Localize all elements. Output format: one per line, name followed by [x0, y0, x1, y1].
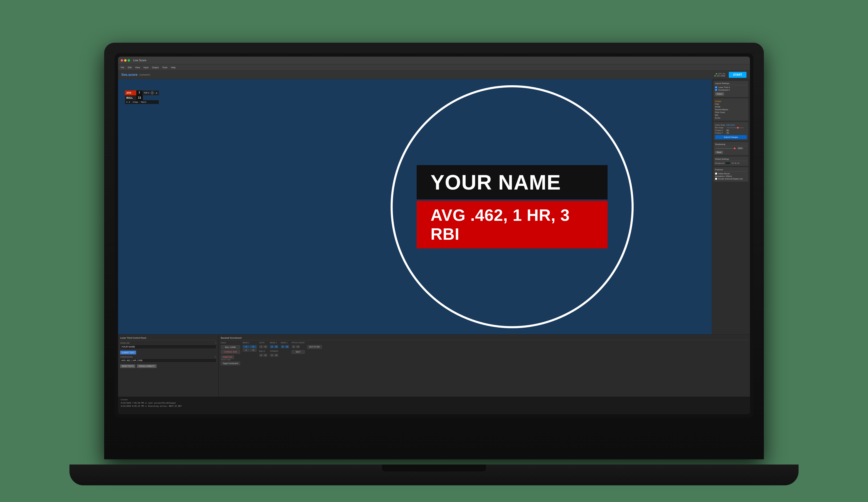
subheading-input[interactable]	[120, 358, 216, 363]
option-at-bat[interactable]: At Bat	[715, 105, 747, 108]
toggle-visibility-button[interactable]: TOGGLE VISIBILITY	[137, 364, 157, 368]
laptop-wrapper: Live Score File Edit View Input Output T…	[70, 17, 798, 485]
option-outs[interactable]: Outs	[715, 103, 747, 105]
option-runners-bases[interactable]: Runners/Bases	[715, 108, 747, 111]
score-bull: 11	[136, 95, 143, 100]
submit-text-button[interactable]: SUBMIT TEXT	[120, 351, 136, 354]
game-col: Game BALL GAME CHANGE SIDE HOME RUN SHOW…	[221, 342, 240, 365]
balls-minus[interactable]: -1	[259, 354, 263, 357]
menu-help[interactable]: Help	[171, 66, 176, 69]
base2-plus[interactable]: +1	[250, 345, 257, 348]
menu-edit[interactable]: Edit	[128, 66, 132, 69]
reset-texts-button[interactable]: RESET TEXTS	[120, 364, 135, 368]
circle-overlay: YOUR NAME AVG .462, 1 HR, 3 RBI	[391, 85, 634, 328]
screen-bezel: Live Score File Edit View Input Output T…	[115, 53, 753, 418]
score-ath: 7	[136, 91, 142, 95]
cpu-info: CPU 2% 580.34MB	[714, 73, 725, 77]
menu-input[interactable]: Input	[143, 66, 148, 69]
strikes-plus[interactable]: +1	[274, 354, 278, 357]
balls-plus[interactable]: +1	[264, 354, 267, 357]
laptop-base	[70, 464, 798, 485]
close-dot[interactable]	[121, 59, 123, 62]
base1-minus[interactable]: -1	[281, 345, 285, 348]
shadowing-section: Shadowing 100% Reset	[714, 142, 748, 155]
detect-button[interactable]: Detect	[715, 92, 724, 96]
base1-col: BASE 1 -1 +1	[281, 342, 289, 365]
base1-plus[interactable]: +1	[285, 345, 289, 348]
record-info: 0 - 0	[125, 101, 132, 103]
shadow-slider[interactable]	[715, 148, 736, 149]
option-win[interactable]: Win	[715, 114, 747, 116]
lower-third-panel: Lower Third Control Panel HEADLINE 9 SUB…	[118, 335, 219, 397]
scoreboard-options-section: Innings Outs At Bat Runners/Bases Pitch …	[714, 98, 748, 121]
lower-third-checkbox[interactable]	[715, 86, 717, 88]
pitch-count-col: PITCH COUNT -1 +1 NEXT	[292, 342, 305, 365]
console-title: Console	[121, 399, 747, 401]
bg-swatch[interactable]	[725, 162, 731, 164]
menu-tools[interactable]: Tools	[162, 66, 167, 69]
headline-group: HEADLINE 9	[120, 342, 216, 349]
reset-shadow-button[interactable]: Reset	[715, 151, 723, 154]
strikes-minus[interactable]: -1	[270, 354, 273, 357]
safety-mouse-checkbox[interactable]	[715, 172, 717, 175]
option-pitch-count[interactable]: Pitch Count	[715, 111, 747, 114]
preview-area: ATH 7 TOP 3	[118, 79, 712, 334]
team-bull: BULL	[125, 95, 136, 100]
pitch-minus[interactable]: -1	[292, 345, 295, 348]
minimize-dot[interactable]	[124, 59, 126, 62]
change-side-button[interactable]: CHANGE SIDE	[221, 350, 240, 354]
menu-output[interactable]: Output	[152, 66, 159, 69]
console-line-2: 4/24/2018 8:05:32 PM >> Executing action…	[121, 405, 747, 408]
toggle-scoreboards-button[interactable]: Toggle Scoreboards	[221, 362, 240, 365]
submit-changes-button[interactable]: Submit Changes	[715, 135, 747, 139]
headline-label: HEADLINE 9	[120, 342, 216, 344]
option-errors[interactable]: Errors	[715, 116, 747, 119]
blur-slider[interactable]	[726, 127, 744, 128]
next-at-bat-button[interactable]: NEXT AT BAT	[307, 345, 322, 349]
outs-info: 0 Outs	[132, 101, 140, 103]
bp-title: Baseball Scoreboard	[221, 337, 748, 340]
layout-settings-title: Layout Settings	[715, 82, 747, 85]
lt-panel-title: Lower Third Control Panel	[120, 337, 216, 340]
app-window: Live Score File Edit View Input Output T…	[118, 56, 750, 414]
base2-minus2[interactable]: -1	[243, 349, 249, 352]
next-button[interactable]: NEXT	[292, 350, 305, 354]
console-line-1: 4/24/2018 7:05:58 PM >> sent action[Thir…	[121, 401, 747, 405]
diamond-icon	[151, 91, 154, 95]
laptop-notch	[382, 464, 486, 471]
bg-label: Background	[715, 162, 724, 164]
outs-minus[interactable]: -1	[259, 345, 263, 348]
title-bar: Live Score	[118, 56, 750, 64]
option-innings[interactable]: Innings	[715, 100, 747, 103]
window-controls	[121, 59, 130, 62]
safety-mouse-label: Safety Mouse	[718, 172, 730, 175]
base3-minus[interactable]: -1	[270, 345, 273, 348]
start-button[interactable]: START	[729, 72, 746, 78]
app-title: Live Score	[133, 59, 146, 62]
pitch-plus[interactable]: +1	[296, 345, 300, 348]
edit-colors-link[interactable]: Edit Colors	[726, 124, 735, 126]
scoreboard-checkbox[interactable]	[715, 89, 717, 91]
base3-plus[interactable]: +1	[274, 345, 278, 348]
base2-col: BASE 2 -1 +1 -1 +1	[243, 342, 257, 365]
home-run-button[interactable]: HOME RUN	[221, 355, 234, 359]
base2-plus2[interactable]: +1	[250, 349, 257, 352]
menu-file[interactable]: File	[121, 66, 124, 69]
bottom-area: Lower Third Control Panel HEADLINE 9 SUB…	[118, 334, 750, 397]
app-logo: live.score	[122, 73, 137, 77]
render-external-checkbox[interactable]	[715, 178, 717, 180]
global-settings-title: Global Settings	[715, 158, 747, 161]
animations-label: Animations / Effects	[715, 175, 732, 177]
base2-minus[interactable]: -1	[243, 345, 249, 348]
mem-status-dot	[714, 75, 716, 76]
outs-plus[interactable]: +1	[264, 345, 267, 348]
maximize-dot[interactable]	[127, 59, 130, 62]
headline-input[interactable]	[120, 345, 216, 349]
menu-view[interactable]: View	[135, 66, 140, 69]
subheading-counter: 21	[214, 356, 216, 358]
blur-image-label: Blur Image	[715, 127, 725, 129]
laptop-screen: Live Score File Edit View Input Output T…	[118, 56, 750, 414]
ball-game-button[interactable]: BALL GAME	[221, 345, 240, 349]
shadow-value: 100%	[737, 147, 744, 149]
main-content: ATH 7 TOP 3	[118, 79, 750, 334]
